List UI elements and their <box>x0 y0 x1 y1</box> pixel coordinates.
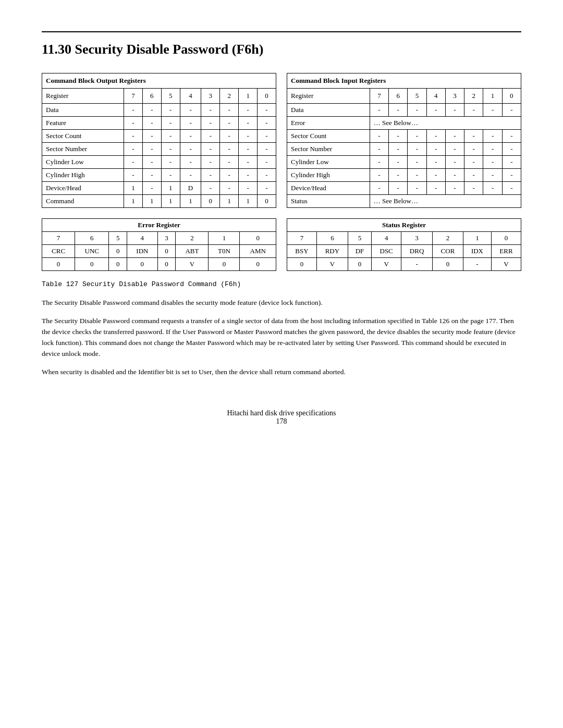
table-cell: - <box>142 169 161 182</box>
table-cell: - <box>389 169 408 182</box>
table-cell: 1 <box>124 195 143 208</box>
output-col-4: 4 <box>180 89 201 104</box>
table-cell: - <box>370 104 388 117</box>
table-cell: DSC <box>372 245 401 258</box>
table-cell: 6 <box>75 232 109 245</box>
table-cell: - <box>142 143 161 156</box>
table-cell: 0 <box>109 258 127 271</box>
table-cell: 0 <box>491 232 521 245</box>
table-cell: - <box>220 143 239 156</box>
table-cell: RDY <box>316 245 348 258</box>
table-cell: BSY <box>287 245 317 258</box>
input-col-0: 0 <box>502 89 521 104</box>
table-cell: - <box>426 130 445 143</box>
table-cell: Command <box>42 195 124 208</box>
output-col-7: 7 <box>124 89 143 104</box>
table-cell: Feature <box>42 117 124 130</box>
input-col-4: 4 <box>426 89 445 104</box>
table-cell: Cylinder Low <box>42 156 124 169</box>
table-cell: 0 <box>127 258 157 271</box>
table-cell: - <box>220 117 239 130</box>
table-cell: Sector Number <box>42 143 124 156</box>
table-cell: - <box>502 143 521 156</box>
table-cell: UNC <box>75 245 109 258</box>
input-table-header: Command Block Input Registers <box>287 73 521 89</box>
table-cell: - <box>124 117 143 130</box>
table-cell: - <box>464 182 483 195</box>
table-cell: 2 <box>433 232 463 245</box>
paragraphs-container: The Security Disable Password command di… <box>42 298 521 378</box>
table-cell: - <box>180 117 201 130</box>
table-cell: - <box>220 130 239 143</box>
table-cell: - <box>220 169 239 182</box>
table-cell: - <box>201 143 220 156</box>
output-col-5: 5 <box>161 89 180 104</box>
table-cell: 1 <box>142 195 161 208</box>
output-col-6: 6 <box>142 89 161 104</box>
table-cell: 1 <box>180 195 201 208</box>
table-row: Cylinder High-------- <box>287 169 521 182</box>
table-cell: IDX <box>463 245 491 258</box>
table-row: Error… See Below… <box>287 117 521 130</box>
table-cell: Sector Count <box>287 130 370 143</box>
table-cell: 0 <box>201 195 220 208</box>
table-cell: - <box>161 130 180 143</box>
table-cell: - <box>258 117 276 130</box>
table-cell: 4 <box>372 232 401 245</box>
table-cell: - <box>426 182 445 195</box>
table-cell: - <box>370 182 388 195</box>
table-cell: - <box>483 104 502 117</box>
table-row: 76543210 <box>42 232 276 245</box>
table-cell: - <box>180 130 201 143</box>
table-cell: - <box>124 156 143 169</box>
input-col-7: 7 <box>370 89 388 104</box>
table-cell: - <box>464 104 483 117</box>
input-register-table: Command Block Input Registers Register 7… <box>287 73 521 208</box>
table-cell: 0 <box>157 245 176 258</box>
table-cell: - <box>142 156 161 169</box>
table-cell: - <box>239 130 258 143</box>
table-cell: DRQ <box>401 245 433 258</box>
table-row: Command11110110 <box>42 195 276 208</box>
table-cell: - <box>464 143 483 156</box>
output-col-0: 0 <box>258 89 276 104</box>
table-cell: - <box>180 156 201 169</box>
table-row: Data-------- <box>42 104 276 117</box>
table-cell: - <box>483 143 502 156</box>
table-cell: - <box>445 130 464 143</box>
table-cell: - <box>502 156 521 169</box>
table-cell: - <box>124 143 143 156</box>
table-cell: - <box>142 104 161 117</box>
table-cell: 0 <box>240 258 276 271</box>
table-cell: - <box>180 104 201 117</box>
table-cell: ABT <box>176 245 209 258</box>
table-cell: - <box>389 182 408 195</box>
status-register-header: Status Register <box>287 219 521 232</box>
table-cell: - <box>201 169 220 182</box>
table-cell: 0 <box>287 258 317 271</box>
table-cell: - <box>408 169 426 182</box>
table-cell: 2 <box>176 232 209 245</box>
table-cell: - <box>124 104 143 117</box>
table-cell: COR <box>433 245 463 258</box>
table-cell: - <box>239 117 258 130</box>
table-cell: - <box>180 169 201 182</box>
error-register-table: Error Register 76543210CRCUNC0IDN0ABTT0N… <box>42 218 276 271</box>
table-cell: - <box>142 130 161 143</box>
table-caption: Table 127 Security Disable Password Comm… <box>42 280 521 288</box>
table-cell: - <box>258 104 276 117</box>
table-cell: - <box>389 130 408 143</box>
table-cell: Status <box>287 195 370 208</box>
table-row: 0V0V-0-V <box>287 258 521 271</box>
table-cell: - <box>483 156 502 169</box>
table-cell: 5 <box>109 232 127 245</box>
table-row: Cylinder High-------- <box>42 169 276 182</box>
table-cell: - <box>445 143 464 156</box>
table-cell: - <box>258 169 276 182</box>
table-cell: - <box>483 182 502 195</box>
table-cell: 7 <box>42 232 75 245</box>
table-cell: 0 <box>433 258 463 271</box>
table-cell: AMN <box>240 245 276 258</box>
input-col-2: 2 <box>464 89 483 104</box>
table-row: Data-------- <box>287 104 521 117</box>
